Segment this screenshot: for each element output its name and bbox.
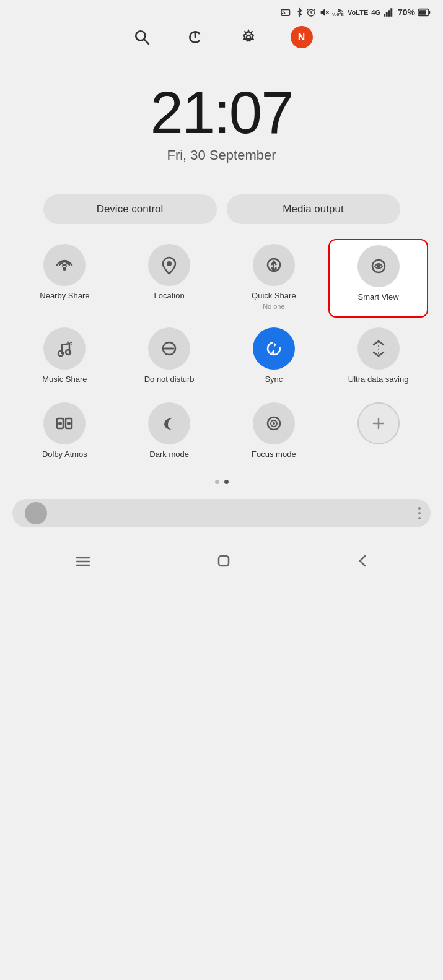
brightness-more-icon[interactable]: [418, 507, 421, 519]
nearby-share-label: Nearby Share: [40, 291, 89, 301]
back-icon: [356, 552, 369, 570]
svg-rect-7: [384, 14, 385, 17]
svg-point-27: [58, 351, 63, 356]
svg-rect-9: [388, 10, 390, 17]
tiles-row-1: Nearby Share Location Quic: [10, 239, 433, 318]
battery-icon: [418, 8, 431, 17]
wifi-calling-icon: VoLTE: [332, 7, 344, 17]
home-icon: [215, 552, 232, 570]
ultra-data-saving-tile[interactable]: Ultra data saving: [328, 323, 428, 392]
volte-label: VoLTE: [348, 9, 368, 16]
music-share-tile[interactable]: Music Share: [15, 323, 115, 392]
add-tile-button[interactable]: [328, 397, 428, 467]
tiles-row-3: Dolby Atmos Dark mode Focus mode: [10, 397, 433, 467]
tiles-row-2: Music Share Do not disturb Sync: [10, 323, 433, 392]
svg-rect-45: [219, 556, 229, 566]
4g-label: 4G: [371, 9, 380, 16]
back-button[interactable]: [356, 552, 369, 574]
svg-rect-8: [386, 12, 388, 17]
smart-view-tile[interactable]: Smart View: [328, 239, 428, 318]
quick-share-label: Quick Share: [252, 291, 296, 301]
music-share-icon: [43, 327, 86, 370]
signal-icon: [384, 8, 395, 17]
sync-icon: [253, 327, 295, 370]
battery-percentage: 70%: [398, 7, 415, 17]
focus-mode-icon: [253, 402, 295, 444]
recent-apps-button[interactable]: [74, 553, 92, 573]
sync-tile[interactable]: Sync: [224, 323, 324, 392]
sync-label: Sync: [265, 375, 283, 385]
recent-apps-icon: [74, 555, 92, 568]
nav-bar: [0, 542, 443, 589]
brightness-thumb[interactable]: [25, 502, 47, 524]
svg-line-15: [144, 40, 148, 44]
media-output-button[interactable]: Media output: [227, 194, 400, 224]
notification-badge-label: N: [298, 32, 305, 43]
page-dot-2[interactable]: [224, 480, 229, 484]
search-icon: [134, 29, 150, 45]
music-share-label: Music Share: [42, 375, 87, 385]
dark-mode-tile[interactable]: Dark mode: [120, 397, 219, 467]
svg-rect-12: [429, 11, 430, 14]
alarm-icon: [306, 7, 316, 17]
quick-share-sublabel: No one: [263, 303, 284, 310]
quick-share-tile[interactable]: Quick Share No one: [224, 239, 324, 318]
notification-button[interactable]: N: [291, 26, 313, 48]
svg-point-36: [67, 422, 71, 425]
page-dot-1[interactable]: [215, 480, 219, 484]
smart-view-label: Smart View: [358, 292, 399, 303]
svg-point-19: [63, 267, 66, 271]
clock-date: Fri, 30 September: [12, 147, 431, 163]
location-tile[interactable]: Location: [120, 239, 219, 318]
dolby-atmos-label: Dolby Atmos: [42, 449, 87, 460]
svg-rect-0: [281, 10, 290, 16]
svg-point-26: [377, 264, 380, 268]
panel-buttons: Device control Media output: [0, 194, 443, 239]
nearby-share-icon: [43, 244, 86, 286]
dark-mode-label: Dark mode: [149, 449, 189, 460]
mute-icon: [319, 7, 329, 17]
cast-icon: [281, 8, 292, 17]
do-not-disturb-tile[interactable]: Do not disturb: [120, 323, 219, 392]
smart-view-icon: [357, 245, 400, 287]
brightness-bar-container: [0, 494, 443, 537]
svg-point-22: [167, 261, 172, 266]
svg-text:VoLTE: VoLTE: [332, 12, 344, 17]
location-label: Location: [154, 291, 185, 301]
dark-mode-icon: [148, 402, 190, 444]
svg-point-28: [66, 350, 71, 355]
bluetooth-icon: [296, 7, 303, 17]
ultra-data-saving-icon: [357, 327, 400, 370]
nearby-share-tile[interactable]: Nearby Share: [15, 239, 115, 318]
power-icon: [187, 29, 203, 45]
svg-point-39: [273, 422, 275, 425]
home-button[interactable]: [215, 552, 232, 574]
svg-rect-13: [419, 10, 426, 15]
focus-mode-label: Focus mode: [252, 449, 296, 460]
brightness-bar[interactable]: [12, 499, 431, 527]
clock-section: 21:07 Fri, 30 September: [0, 58, 443, 194]
search-button[interactable]: [131, 26, 153, 48]
status-icons: VoLTE VoLTE 4G 70%: [281, 7, 431, 17]
action-bar: N: [0, 21, 443, 58]
settings-icon: [240, 29, 257, 45]
location-icon: [148, 244, 190, 286]
device-control-button[interactable]: Device control: [43, 194, 217, 224]
tiles-section: Nearby Share Location Quic: [0, 239, 443, 467]
svg-rect-10: [390, 8, 392, 17]
status-bar: VoLTE VoLTE 4G 70%: [0, 0, 443, 21]
settings-button[interactable]: [237, 26, 260, 48]
dolby-atmos-icon: [43, 402, 86, 444]
quick-share-icon: [253, 244, 295, 286]
focus-mode-tile[interactable]: Focus mode: [224, 397, 324, 467]
add-tile-icon: [357, 402, 400, 444]
dolby-atmos-tile[interactable]: Dolby Atmos: [15, 397, 115, 467]
page-indicators: [0, 467, 443, 494]
svg-point-35: [58, 422, 62, 425]
clock-time: 21:07: [12, 83, 431, 142]
do-not-disturb-icon: [148, 327, 190, 370]
power-button[interactable]: [184, 26, 206, 48]
ultra-data-saving-label: Ultra data saving: [348, 375, 409, 385]
do-not-disturb-label: Do not disturb: [144, 375, 195, 385]
